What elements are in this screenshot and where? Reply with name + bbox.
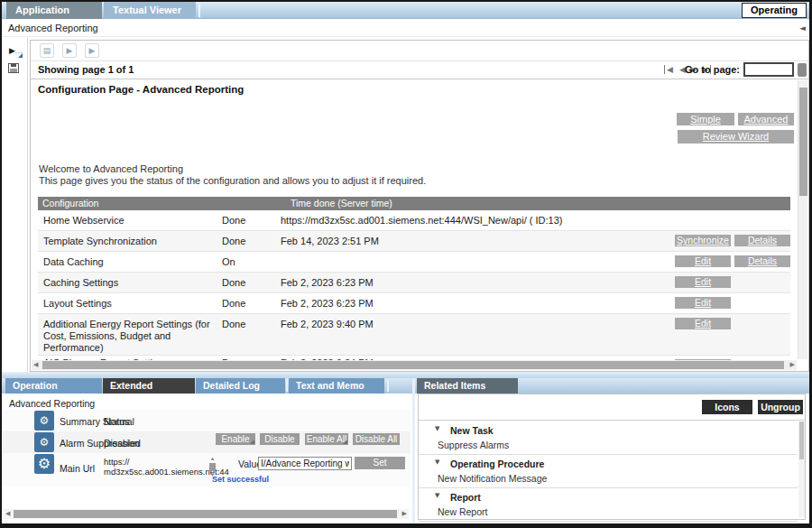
tab-textual-viewer[interactable]: Textual Viewer <box>104 2 196 19</box>
group-header-operating-procedure[interactable]: ▼ Operating Procedure <box>419 455 798 471</box>
group-header-trend[interactable]: ▼ Trend <box>419 522 798 528</box>
edit-button[interactable]: Edit <box>675 318 731 329</box>
save-icon[interactable] <box>8 63 19 73</box>
set-button[interactable]: Set <box>355 457 405 469</box>
table-row: Additional Energy Report Settings (for C… <box>38 314 790 356</box>
row-name: Home Webservice <box>38 215 222 230</box>
main-url-row: ⚙ Main Url https:// md3zx5sc.ad001.sieme… <box>2 453 411 487</box>
tab-related-items[interactable]: Related Items <box>417 378 518 394</box>
horizontal-scroll-thumb[interactable] <box>42 361 784 369</box>
page-total: 1 <box>128 64 134 75</box>
list-item[interactable]: Suppress Alarms <box>419 438 798 455</box>
run-report-icon[interactable]: ▶ <box>62 43 77 58</box>
row-name: Additional Energy Report Settings (for C… <box>38 319 222 355</box>
row-name: Caching Settings <box>38 277 222 292</box>
group-header-report[interactable]: ▼ Report <box>419 488 798 505</box>
details-button[interactable]: Details <box>734 255 790 267</box>
vertical-scroll-thumb[interactable] <box>799 421 804 459</box>
page-title: Configuration Page - Advanced Reporting <box>38 84 244 95</box>
vertical-scroll-thumb[interactable] <box>799 88 807 196</box>
group-header-label: New Task <box>450 425 494 436</box>
related-items-box: Icons Ungroup ▼ New Task Suppress Alarms… <box>418 394 806 520</box>
alarm-suppression-row: ⚙ Alarm Suppression Disabled Enable Disa… <box>2 431 411 453</box>
group-header-label: Report <box>450 492 481 503</box>
vertical-scrollbar[interactable] <box>798 421 805 517</box>
simple-button[interactable]: Simple <box>677 113 734 125</box>
first-page-icon[interactable]: ◀ <box>664 65 673 74</box>
left-toolbar-rail: ▶... <box>2 38 28 372</box>
horizontal-splitter[interactable] <box>2 372 809 378</box>
scroll-left-icon[interactable]: ◀ <box>5 510 10 517</box>
tab-operation[interactable]: Operation <box>5 378 102 394</box>
icons-button[interactable]: Icons <box>702 400 752 414</box>
tab-separator <box>387 380 389 392</box>
col-configuration: Configuration <box>38 197 286 210</box>
chevron-down-icon: ▼ <box>435 425 439 432</box>
row-status: Done <box>222 319 281 355</box>
value-input[interactable] <box>258 457 352 470</box>
disable-all-button[interactable]: Disable All <box>353 433 400 445</box>
report-viewer-panel: ▤ ▶ ▶ Showing page 1 of 1 ◀ ◀ ▶ ▶ Go to … <box>30 40 809 372</box>
row-name: Layout Settings <box>38 298 222 313</box>
run-panel-icon[interactable]: ▶... <box>9 46 23 55</box>
table-row: Caching Settings Done Feb 2, 2023 6:23 P… <box>38 273 790 293</box>
enable-button[interactable]: Enable <box>216 433 255 445</box>
tab-extended-operation[interactable]: Extended Operation <box>103 378 195 394</box>
enable-all-button[interactable]: Enable All <box>305 433 348 445</box>
table-row: Layout Settings Done Feb 2, 2023 6:23 PM… <box>38 293 790 314</box>
scroll-right-icon[interactable]: ▶ <box>402 510 407 517</box>
edit-button[interactable]: Edit <box>675 297 731 309</box>
related-items-tab-bar: Related Items <box>415 378 809 394</box>
gear-icon[interactable]: ⚙ <box>34 454 54 474</box>
group-header-new-task[interactable]: ▼ New Task <box>419 421 798 438</box>
horizontal-scroll-thumb[interactable] <box>14 510 397 518</box>
breadcrumb-label: Advanced Reporting <box>8 23 98 33</box>
welcome-text: Welcome to Advanced Reporting This page … <box>39 163 426 187</box>
review-wizard-button[interactable]: Review Wizard <box>678 130 794 144</box>
gears-icon[interactable]: ⚙ <box>34 432 54 452</box>
vertical-scrollbar[interactable] <box>798 80 807 359</box>
operating-mode-button[interactable]: Operating <box>742 3 807 18</box>
set-status-message: Set successful <box>212 475 269 484</box>
scroll-right-icon[interactable]: ▶ <box>790 361 795 368</box>
chevron-down-icon: ▼ <box>435 459 439 466</box>
report-body: Configuration Page - Advanced Reporting … <box>31 80 808 360</box>
operation-tab-bar: Operation Extended Operation Detailed Lo… <box>2 378 412 394</box>
tab-application-viewer[interactable]: Application Viewer <box>6 2 102 19</box>
edit-button[interactable]: Edit <box>675 276 731 288</box>
breadcrumb: Advanced Reporting ◄ <box>2 19 809 37</box>
disable-button[interactable]: Disable <box>260 433 300 445</box>
pager-bar: Showing page 1 of 1 ◀ ◀ ▶ ▶ Go to page: <box>31 61 808 79</box>
showing-page-text: Showing page 1 of 1 <box>38 64 134 75</box>
new-report-icon[interactable]: ▤ <box>40 43 54 58</box>
table-row: Template Synchronization Done Feb 14, 20… <box>38 231 790 252</box>
operation-panel-title: Advanced Reporting <box>9 398 95 409</box>
goto-page-input[interactable] <box>743 62 794 77</box>
details-button[interactable]: Details <box>734 235 790 246</box>
scroll-left-icon[interactable]: ◀ <box>33 361 38 368</box>
tab-separator <box>286 380 288 392</box>
tab-detailed-log[interactable]: Detailed Log <box>196 378 285 394</box>
run-export-icon[interactable]: ▶ <box>85 43 99 58</box>
ungroup-button[interactable]: Ungroup <box>758 400 803 414</box>
table-row: Data Caching On Edit Details <box>38 252 790 273</box>
synchronize-button[interactable]: Synchronize <box>675 235 731 246</box>
page-number: 1 <box>108 64 114 75</box>
top-tab-bar: Application Viewer Textual Viewer Operat… <box>2 2 809 19</box>
tab-text-and-memo[interactable]: Text and Memo <box>289 378 384 394</box>
edit-button[interactable]: Edit <box>675 255 731 267</box>
related-items-tree: ▼ New Task Suppress Alarms ▼ Operating P… <box>419 421 798 528</box>
alarm-suppression-value: Disabled <box>104 438 141 449</box>
horizontal-scrollbar[interactable]: ◀ ▶ <box>4 509 409 519</box>
horizontal-scrollbar[interactable]: ◀ ▶ <box>32 360 797 370</box>
advanced-button[interactable]: Advanced <box>738 113 794 125</box>
collapse-left-icon[interactable]: ◄ <box>799 19 806 37</box>
list-item[interactable]: New Notification Message <box>419 471 798 488</box>
list-item[interactable]: New Report <box>419 505 798 522</box>
pane-grip-handle[interactable] <box>798 63 807 77</box>
gears-icon[interactable]: ⚙ <box>34 411 54 431</box>
showing-label: Showing page <box>38 64 106 75</box>
of-label: of <box>116 64 125 75</box>
goto-page-label: Go to page: <box>685 64 740 75</box>
related-items-panel: Related Items Icons Ungroup ▼ New Task S… <box>415 378 809 523</box>
